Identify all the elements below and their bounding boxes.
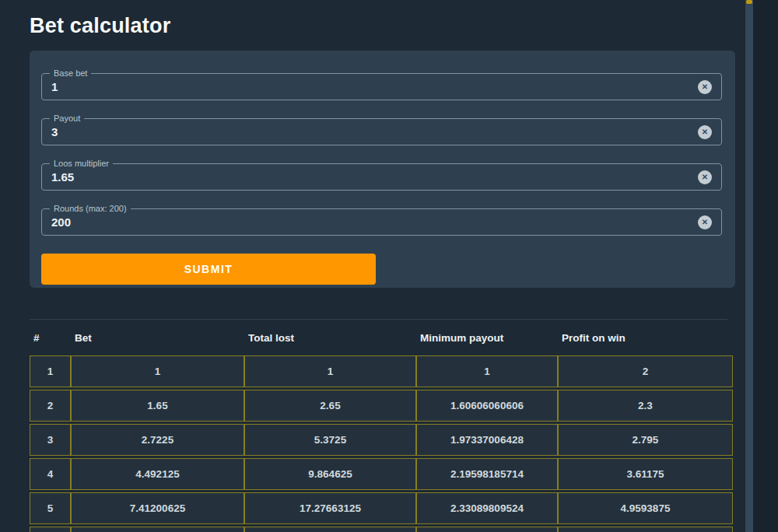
form-field-2[interactable]: Loos multiplier ✕ <box>41 163 722 191</box>
form-field-1[interactable]: Payout ✕ <box>41 118 722 145</box>
table-cell <box>416 527 558 532</box>
table-cell: 1.60606060606 <box>416 390 558 422</box>
page-title: Bet calculator <box>30 14 778 38</box>
table-row: 21.652.651.606060606062.3 <box>30 390 733 422</box>
field-input[interactable] <box>51 170 690 184</box>
scrollbar-track[interactable] <box>745 0 753 532</box>
table-cell <box>30 527 71 532</box>
results-section: #BetTotal lostMinimum payoutProfit on wi… <box>30 320 778 532</box>
table-cell: 2 <box>30 390 71 422</box>
field-label: Loos multiplier <box>50 158 113 169</box>
table-cell: 1 <box>244 355 416 387</box>
table-cell: 3 <box>30 424 71 456</box>
form-field-0[interactable]: Base bet ✕ <box>41 73 722 100</box>
column-header: Profit on win <box>558 322 733 353</box>
table-cell: 2.33089809524 <box>416 492 558 524</box>
table-cell: 17.27663125 <box>244 492 416 524</box>
clear-field-button[interactable]: ✕ <box>698 215 712 229</box>
table-body: 1111221.652.651.606060606062.332.72255.3… <box>30 355 733 532</box>
table-cell: 2.19598185714 <box>416 458 558 490</box>
table-cell: 1 <box>30 355 71 387</box>
table-cell: 1 <box>71 355 244 387</box>
table-cell: 2.65 <box>244 390 416 422</box>
right-gutter <box>753 0 778 532</box>
table-cell: 1.65 <box>71 390 244 422</box>
bet-form-card: Base bet ✕ Payout ✕ Loos multiplier ✕ Ro… <box>30 51 735 288</box>
table-row: 57.4120062517.276631252.330898095244.959… <box>30 492 733 524</box>
close-icon: ✕ <box>702 173 708 181</box>
table-cell: 2.7225 <box>71 424 244 456</box>
table-header: #BetTotal lostMinimum payoutProfit on wi… <box>30 322 733 353</box>
field-input[interactable] <box>51 80 690 93</box>
table-cell: 7.41200625 <box>71 492 244 524</box>
field-label: Rounds (max: 200) <box>50 203 131 214</box>
results-table: #BetTotal lostMinimum payoutProfit on wi… <box>30 320 733 532</box>
field-input[interactable] <box>51 125 690 138</box>
table-cell: 1.97337006428 <box>416 424 558 456</box>
table-cell <box>558 527 733 532</box>
table-row: 44.4921259.8646252.195981857143.61175 <box>30 458 733 490</box>
table-cell: 2.3 <box>558 390 733 422</box>
table-row: 11112 <box>30 355 733 387</box>
close-icon: ✕ <box>702 218 708 226</box>
table-row <box>30 527 733 532</box>
table-cell: 2 <box>558 355 733 387</box>
table-cell: 1 <box>416 355 558 387</box>
scrollbar-thumb[interactable] <box>746 0 752 4</box>
table-cell: 9.864625 <box>244 458 416 490</box>
field-input[interactable] <box>51 215 690 229</box>
table-cell: 5.3725 <box>244 424 416 456</box>
field-label: Base bet <box>50 68 91 79</box>
table-cell <box>71 527 244 532</box>
field-label: Payout <box>50 113 84 124</box>
column-header: Minimum payout <box>416 322 558 353</box>
form-field-3[interactable]: Rounds (max: 200) ✕ <box>41 208 722 236</box>
table-cell: 2.795 <box>558 424 733 456</box>
table-cell <box>244 527 416 532</box>
form-fields: Base bet ✕ Payout ✕ Loos multiplier ✕ Ro… <box>41 73 722 236</box>
table-row: 32.72255.37251.973370064282.795 <box>30 424 733 456</box>
close-icon: ✕ <box>702 128 708 136</box>
column-header: Total lost <box>244 322 416 353</box>
submit-button[interactable]: SUBMIT <box>41 254 376 285</box>
table-header-row: #BetTotal lostMinimum payoutProfit on wi… <box>30 322 733 353</box>
table-cell: 3.61175 <box>558 458 733 490</box>
clear-field-button[interactable]: ✕ <box>698 170 712 184</box>
table-cell: 4.492125 <box>71 458 244 490</box>
clear-field-button[interactable]: ✕ <box>698 125 712 139</box>
close-icon: ✕ <box>702 82 708 91</box>
table-cell: 4.9593875 <box>558 492 733 524</box>
column-header: # <box>30 322 71 353</box>
table-cell: 4 <box>30 458 71 490</box>
table-cell: 5 <box>30 492 71 524</box>
clear-field-button[interactable]: ✕ <box>698 80 712 94</box>
column-header: Bet <box>71 322 244 353</box>
